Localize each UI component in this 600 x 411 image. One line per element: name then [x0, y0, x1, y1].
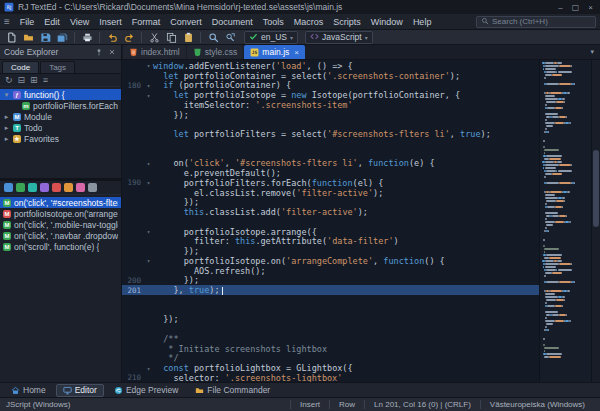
close-tab-icon[interactable]: ×: [294, 48, 299, 57]
panel-close-icon[interactable]: [106, 47, 117, 58]
status-wrap-mode[interactable]: Row: [329, 400, 364, 409]
maximize-button[interactable]: ▢: [572, 3, 580, 12]
code-line[interactable]: [122, 217, 539, 227]
sidebar-tab-code[interactable]: Code: [2, 61, 39, 73]
menu-format[interactable]: Format: [127, 17, 166, 27]
fold-marker-icon[interactable]: ▾: [144, 365, 153, 372]
code-line[interactable]: this.classList.add('filter-active');: [122, 207, 539, 217]
code-line[interactable]: ▾ const portfolioLightbox = GLightbox({: [122, 363, 539, 373]
menu-edit[interactable]: Edit: [39, 17, 65, 27]
tab-list-button[interactable]: ▾: [585, 48, 599, 56]
replace-button[interactable]: [223, 31, 237, 44]
code-line[interactable]: [122, 305, 539, 315]
fold-marker-icon[interactable]: ▾: [144, 228, 153, 235]
search-input[interactable]: [492, 17, 591, 26]
code-line[interactable]: let portfolioFilters = select('#screensh…: [122, 129, 539, 139]
editor-tab-index.html[interactable]: index.html: [123, 45, 186, 59]
function-list-item[interactable]: Mon('click', '#screenshots-flters li', f…: [0, 197, 121, 208]
code-line[interactable]: ▾window.addEventListener('load', () => {: [122, 61, 539, 71]
symbol-filter-button-1[interactable]: [4, 183, 13, 192]
minimize-button[interactable]: –: [558, 3, 562, 12]
scrollbar-thumb[interactable]: [593, 150, 599, 227]
code-line[interactable]: ▾ portfolioIsotope.arrange({: [122, 227, 539, 237]
save-button[interactable]: [38, 31, 52, 44]
code-line[interactable]: [122, 324, 539, 334]
code-line[interactable]: * Initiate screenshots lightbox: [122, 344, 539, 354]
expander-icon[interactable]: ▸: [3, 113, 10, 121]
code-line[interactable]: filter: this.getAttribute('data-filter'): [122, 237, 539, 247]
code-text-area[interactable]: ▾window.addEventListener('load', () => {…: [122, 60, 539, 382]
open-file-button[interactable]: [21, 31, 35, 44]
code-minimap[interactable]: [539, 60, 591, 382]
code-line[interactable]: });: [122, 110, 539, 120]
code-line[interactable]: e.preventDefault();: [122, 168, 539, 178]
save-all-button[interactable]: [55, 31, 69, 44]
status-insert-mode[interactable]: Insert: [290, 400, 329, 409]
view-edge-preview[interactable]: Edge Preview: [107, 384, 185, 397]
menu-convert[interactable]: Convert: [165, 17, 207, 27]
menu-help[interactable]: Help: [408, 17, 437, 27]
redo-button[interactable]: [122, 31, 136, 44]
fold-marker-icon[interactable]: ▾: [144, 257, 153, 264]
symbol-filter-button-5[interactable]: [52, 183, 61, 192]
menu-tools[interactable]: Tools: [258, 17, 289, 27]
menu-window[interactable]: Window: [366, 17, 408, 27]
code-line[interactable]: */: [122, 354, 539, 364]
status-encoding[interactable]: Västeuropeiska (Windows): [480, 400, 594, 409]
tree-item[interactable]: ▸TTodo: [0, 122, 121, 133]
refresh-button[interactable]: ↻: [5, 76, 13, 85]
code-line[interactable]: 210 selector: '.screenshots-lightbox': [122, 373, 539, 382]
symbol-filter-button-4[interactable]: [40, 183, 49, 192]
undo-button[interactable]: [105, 31, 119, 44]
view-file-commander[interactable]: File Commander: [188, 384, 277, 397]
function-list-item[interactable]: Mon('scroll', function(e) {: [0, 241, 121, 252]
search-box[interactable]: [476, 16, 596, 28]
cut-button[interactable]: [147, 31, 161, 44]
sidebar-tab-tags[interactable]: Tags: [40, 61, 75, 73]
code-line[interactable]: [122, 120, 539, 130]
copy-button[interactable]: [164, 31, 178, 44]
menu-file[interactable]: File: [15, 17, 40, 27]
expander-icon[interactable]: ▾: [3, 91, 10, 99]
menu-document[interactable]: Document: [207, 17, 258, 27]
fold-marker-icon[interactable]: ▾: [144, 82, 153, 89]
view-home[interactable]: Home: [4, 384, 53, 397]
hamburger-icon[interactable]: ≡: [4, 16, 10, 27]
menu-insert[interactable]: Insert: [94, 17, 127, 27]
symbol-filter-button-8[interactable]: [88, 183, 97, 192]
code-line[interactable]: });: [122, 315, 539, 325]
symbol-filter-button-7[interactable]: [76, 183, 85, 192]
code-line[interactable]: el.classList.remove('filter-active');: [122, 188, 539, 198]
code-line[interactable]: });: [122, 198, 539, 208]
paste-button[interactable]: [181, 31, 195, 44]
view-editor[interactable]: Editor: [56, 384, 104, 397]
code-line[interactable]: 200 });: [122, 276, 539, 286]
expander-icon[interactable]: ▸: [3, 124, 10, 132]
editor-tab-style.css[interactable]: style.css: [187, 45, 244, 59]
code-line[interactable]: itemSelector: '.screenshots-item': [122, 100, 539, 110]
tree-item[interactable]: ▸★Favorites: [0, 133, 121, 144]
status-highlighter[interactable]: JScript (Windows): [6, 400, 80, 409]
menu-view[interactable]: View: [65, 17, 94, 27]
expander-icon[interactable]: ▸: [3, 135, 10, 143]
menu-macros[interactable]: Macros: [289, 17, 329, 27]
vertical-scrollbar[interactable]: [591, 60, 600, 382]
function-list-item[interactable]: Mon('click', '.navbar .dropdown > a', fu…: [0, 230, 121, 241]
code-line[interactable]: ▾ portfolioIsotope.on('arrangeComplete',…: [122, 256, 539, 266]
close-button[interactable]: ×: [588, 3, 593, 12]
code-line[interactable]: ▾ let portfolioIsotope = new Isotope(por…: [122, 90, 539, 100]
menu-scripts[interactable]: Scripts: [328, 17, 366, 27]
code-line[interactable]: });: [122, 246, 539, 256]
tree-item[interactable]: ▸MModule: [0, 111, 121, 122]
find-button[interactable]: [206, 31, 220, 44]
panel-pin-icon[interactable]: [93, 47, 104, 58]
code-line[interactable]: let portfolioContainer = select('.screen…: [122, 71, 539, 81]
fold-marker-icon[interactable]: ▾: [144, 160, 153, 167]
code-line[interactable]: AOS.refresh();: [122, 266, 539, 276]
code-line[interactable]: [122, 295, 539, 305]
fold-marker-icon[interactable]: ▾: [144, 179, 153, 186]
code-line[interactable]: [122, 139, 539, 149]
editor-tab-main.js[interactable]: JSmain.js×: [244, 45, 305, 59]
syntax-language-select[interactable]: JavaScript▾: [305, 31, 373, 44]
collapse-all-button[interactable]: ⊟: [18, 76, 26, 85]
